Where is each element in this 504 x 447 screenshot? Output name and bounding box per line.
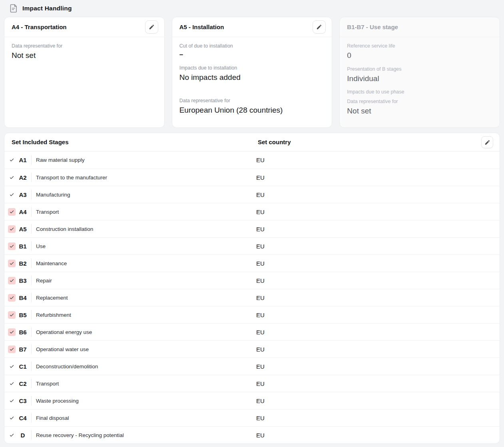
stage-checkbox[interactable]: [8, 260, 16, 267]
stage-checkbox[interactable]: [8, 191, 16, 199]
stage-checkbox[interactable]: [8, 397, 16, 405]
stage-code: A1: [17, 157, 29, 163]
stage-country: EU: [256, 260, 265, 267]
stage-code: D: [17, 432, 29, 439]
document-icon: [10, 4, 18, 13]
column-divider: [31, 310, 32, 320]
card-body: Data representative for Not set: [4, 37, 164, 67]
field-impacts-use-phase: Impacts due to use phase: [347, 89, 492, 95]
field-reference-service-life: Reference service life 0: [347, 43, 492, 61]
column-divider: [31, 207, 32, 217]
check-icon: [9, 398, 14, 403]
stage-code: A3: [17, 191, 29, 198]
field-label: Impacts due to use phase: [347, 89, 492, 95]
column-divider: [31, 430, 32, 440]
table-row: B1 Use EU: [4, 237, 500, 254]
field-label: Data representative for: [347, 99, 492, 104]
column-header-country: Set country: [258, 139, 291, 145]
stage-name: Reuse recovery - Recycling potential: [36, 432, 124, 438]
stage-country: EU: [256, 294, 265, 301]
check-icon: [9, 157, 14, 163]
field-label: Data representative for: [179, 98, 325, 103]
field-label: Impacts due to installation: [179, 65, 325, 71]
column-divider: [31, 396, 32, 405]
stage-country: EU: [256, 243, 265, 250]
field-value: European Union (28 countries): [179, 105, 325, 115]
stage-checkbox[interactable]: [8, 431, 16, 439]
pencil-icon: [484, 139, 490, 145]
field-value: No impacts added: [179, 72, 325, 83]
stage-checkbox[interactable]: [8, 363, 16, 370]
stage-code: B1: [17, 243, 29, 250]
stage-checkbox[interactable]: [8, 174, 16, 181]
stage-code: A5: [17, 226, 29, 232]
table-row: C4 Final disposal EU: [4, 409, 500, 426]
card-title: B1-B7 - Use stage: [347, 24, 398, 30]
edit-a5-button[interactable]: [313, 20, 326, 34]
stage-code: B3: [17, 277, 29, 284]
table-row: C2 Transport EU: [4, 375, 500, 392]
field-value: Not set: [12, 50, 157, 61]
page-header: Impact Handling: [0, 0, 504, 17]
stage-country: EU: [256, 415, 265, 421]
stage-name: Maintenance: [36, 260, 67, 266]
card-title: A4 - Transportation: [12, 24, 67, 30]
card-b1-b7-use-stage: B1-B7 - Use stage Reference service life…: [339, 17, 500, 128]
stage-country: EU: [256, 209, 265, 215]
column-divider: [31, 276, 32, 285]
stage-name: Refurbishment: [36, 312, 71, 318]
stage-name: Transport: [36, 381, 59, 387]
stage-checkbox[interactable]: [8, 208, 16, 216]
stage-checkbox[interactable]: [8, 346, 16, 353]
stage-name: Construction installation: [36, 226, 93, 232]
stage-code: C1: [17, 363, 29, 370]
stage-checkbox[interactable]: [8, 156, 16, 164]
table-row: B5 Refurbishment EU: [4, 306, 500, 323]
table-header: Set Included Stages Set country: [4, 133, 500, 151]
stage-country: EU: [256, 174, 265, 181]
stage-country: EU: [256, 312, 265, 318]
stage-checkbox[interactable]: [8, 328, 16, 336]
field-cut-off: Cut of due to installation –: [179, 43, 325, 60]
column-divider: [31, 327, 32, 337]
field-value: 0: [347, 50, 492, 61]
stage-checkbox[interactable]: [8, 242, 16, 250]
stage-code: B2: [17, 260, 29, 267]
stage-name: Deconstruction/demolition: [36, 364, 98, 370]
table-body: A1 Raw material supply EU A2 Transport t…: [4, 151, 500, 443]
check-icon: [9, 415, 14, 421]
card-header: A5 - Installation: [172, 17, 332, 37]
table-row: B3 Repair EU: [4, 272, 500, 289]
stage-code: B7: [17, 346, 29, 353]
stage-checkbox[interactable]: [8, 294, 16, 302]
stage-name: Transport: [36, 209, 59, 215]
edit-stages-button[interactable]: [481, 136, 493, 148]
card-a4-transportation: A4 - Transportation Data representative …: [4, 17, 165, 128]
stage-code: C3: [17, 397, 29, 404]
stage-country: EU: [256, 363, 265, 370]
stage-name: Replacement: [36, 295, 68, 301]
stage-checkbox[interactable]: [8, 311, 16, 319]
stage-country: EU: [256, 226, 265, 232]
check-icon: [9, 226, 14, 232]
card-header: A4 - Transportation: [4, 17, 164, 37]
stage-checkbox[interactable]: [8, 277, 16, 284]
stage-name: Final disposal: [36, 415, 69, 421]
check-icon: [9, 295, 14, 300]
card-a5-installation: A5 - Installation Cut of due to installa…: [172, 17, 333, 128]
stage-name: Transport to the manufacturer: [36, 175, 107, 181]
pencil-icon: [149, 24, 155, 30]
stage-checkbox[interactable]: [8, 380, 16, 387]
stage-name: Operational energy use: [36, 329, 92, 335]
edit-a4-button[interactable]: [145, 20, 158, 34]
table-row: C1 Deconstruction/demolition EU: [4, 358, 500, 375]
check-icon: [9, 381, 14, 386]
table-row: A4 Transport EU: [4, 203, 500, 220]
table-row: B2 Maintenance EU: [4, 254, 500, 272]
stage-checkbox[interactable]: [8, 225, 16, 233]
table-row: D Reuse recovery - Recycling potential E…: [4, 426, 500, 443]
field-data-representative: Data representative for Not set: [12, 43, 157, 61]
card-body: Reference service life 0 Presentation of…: [340, 37, 500, 122]
check-icon: [9, 209, 14, 215]
stage-checkbox[interactable]: [8, 414, 16, 422]
